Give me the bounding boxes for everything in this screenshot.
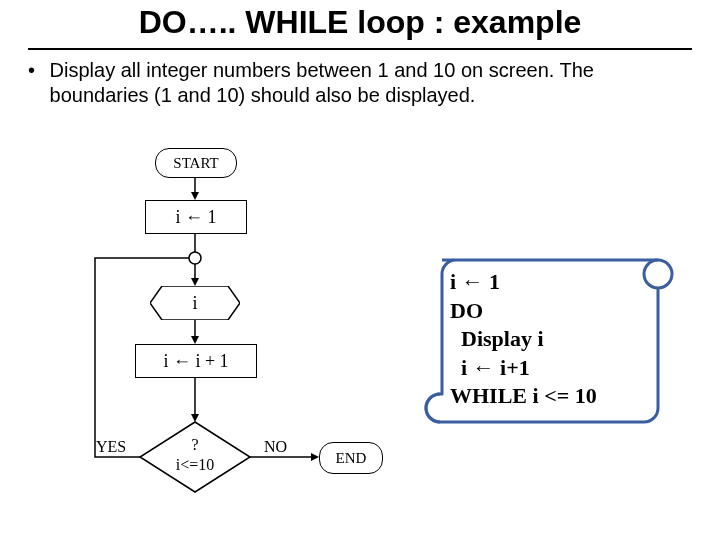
flow-output-text: i — [150, 286, 240, 320]
pseudocode-text: i ← 1 DO Display i i ← i+1 WHILE i <= 10 — [450, 268, 597, 411]
flow-decision-q: ? — [172, 436, 218, 454]
description-bullet: • Display all integer numbers between 1 … — [28, 58, 692, 108]
svg-point-3 — [189, 252, 201, 264]
bullet-dot: • — [28, 58, 44, 83]
flow-init: i ← 1 — [145, 200, 247, 234]
pseudocode-scroll: i ← 1 DO Display i i ← i+1 WHILE i <= 10 — [420, 258, 680, 428]
svg-marker-5 — [191, 278, 199, 286]
flow-yes-label: YES — [96, 438, 126, 456]
svg-marker-12 — [311, 453, 319, 461]
svg-marker-1 — [191, 192, 199, 200]
bullet-text: Display all integer numbers between 1 an… — [50, 58, 690, 108]
flow-end: END — [319, 442, 383, 474]
title-underline — [28, 48, 692, 50]
flow-start: START — [155, 148, 237, 178]
flow-output: i — [150, 286, 240, 320]
flow-no-label: NO — [264, 438, 287, 456]
flowchart: START i ← 1 i i ← i + 1 ? i<=10 YES NO E… — [0, 120, 450, 540]
svg-marker-9 — [191, 414, 199, 422]
flow-connectors — [0, 120, 450, 540]
svg-marker-7 — [191, 336, 199, 344]
flow-step: i ← i + 1 — [135, 344, 257, 378]
page-title: DO….. WHILE loop : example — [0, 4, 720, 41]
flow-decision-cond: i<=10 — [168, 456, 222, 474]
